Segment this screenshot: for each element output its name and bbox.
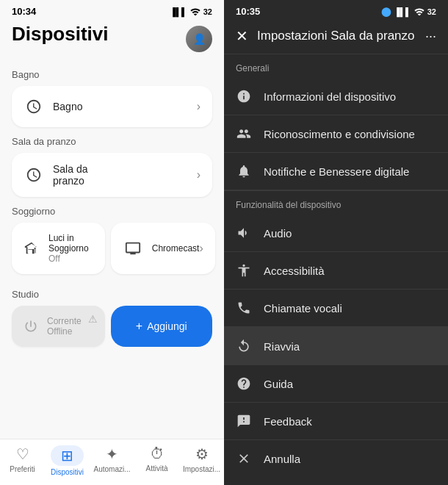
device-name-sala: Sala da: [53, 163, 87, 175]
menu-item-annulla[interactable]: Annulla: [224, 440, 448, 477]
people-icon: [236, 126, 252, 142]
panel-title: Impostazioni Sala da pranzo: [257, 29, 416, 43]
nav-item-impostazioni[interactable]: ⚙ Impostazi...: [179, 445, 224, 476]
section-sala: Sala da pranzo Sala da pranzo ›: [12, 136, 212, 197]
wifi-icon-right: [414, 7, 424, 17]
chevron-sala: ›: [197, 168, 200, 182]
menu-item-riconoscimento[interactable]: Riconoscimento e condivisione: [224, 115, 448, 153]
add-device-button[interactable]: + Aggiungi: [111, 306, 213, 347]
device-name-sala-2: pranzo: [53, 175, 87, 187]
avatar[interactable]: 👤: [186, 26, 212, 52]
tv-icon: [123, 238, 143, 259]
settings-icon: ⚙: [195, 445, 209, 463]
status-bar-left: 10:34 ▐▌▌ 32: [0, 0, 224, 20]
menu-item-riavvia[interactable]: Riavvia: [224, 328, 448, 365]
section-label-soggiorno: Soggiorno: [12, 206, 212, 217]
phone-icon: [236, 300, 252, 316]
device-card-bagno[interactable]: Bagno ›: [12, 86, 212, 127]
activity-icon: ⏱: [150, 445, 165, 462]
menu-label-notifiche: Notifiche e Benessere digitale: [264, 165, 409, 178]
left-content: Bagno Bagno › Sala da pranzo: [0, 60, 224, 439]
nav-item-preferiti[interactable]: ♡ Preferiti: [0, 445, 45, 476]
nav-item-dispositivi[interactable]: ⊞ Dispositivi: [45, 445, 90, 476]
section-bagno: Bagno Bagno ›: [12, 69, 212, 127]
status-icons-left: ▐▌▌ 32: [170, 7, 212, 17]
nav-label-impostazioni: Impostazi...: [183, 465, 220, 473]
help-icon: [236, 376, 252, 392]
section-soggiorno: Soggiorno Luci in Soggiorno Off: [12, 206, 212, 280]
clock-icon-sala: [24, 165, 44, 185]
section-studio: Studio Corrente Offline ⚠ + Aggiungi: [12, 289, 212, 347]
menu-label-riconoscimento: Riconoscimento e condivisione: [264, 128, 415, 140]
status-icons-right: ⬤ ▐▌▌ 32: [381, 7, 436, 17]
right-header: ✕ Impostazioni Sala da pranzo ···: [224, 20, 448, 54]
device-card-chromecast[interactable]: Chromecast ›: [111, 223, 215, 274]
section-label-bagno: Bagno: [12, 69, 212, 80]
menu-label-accessibilita: Accessibilità: [264, 265, 325, 277]
device-offline-text: Offline: [47, 326, 82, 337]
accessibility-icon: [236, 262, 252, 279]
devices-icon: ⊞: [61, 448, 73, 464]
status-bar-right: 10:35 ⬤ ▐▌▌ 32: [224, 0, 448, 20]
time-left: 10:34: [12, 6, 36, 17]
right-content: Generali Informazioni del dispositivo Ri…: [224, 54, 448, 485]
battery-left: 32: [203, 7, 212, 16]
device-name-corrente: Corrente: [47, 316, 82, 326]
section-label-studio: Studio: [12, 289, 212, 300]
nav-item-automazioni[interactable]: ✦ Automazi...: [90, 445, 134, 476]
soggiorno-cards: Luci in Soggiorno Off Chromecast ›: [12, 223, 212, 280]
nav-label-preferiti: Preferiti: [10, 465, 35, 473]
menu-label-audio: Audio: [264, 227, 292, 240]
signal-icon-left: ▐▌▌: [170, 7, 187, 16]
section-label-sala: Sala da pranzo: [12, 136, 212, 147]
nav-item-attivita[interactable]: ⏱ Attività: [134, 445, 179, 476]
menu-label-annulla: Annulla: [264, 453, 300, 465]
close-button[interactable]: ✕: [236, 27, 248, 45]
menu-item-guida[interactable]: Guida: [224, 365, 448, 403]
lights-icon: [24, 238, 40, 259]
info-icon: [236, 88, 252, 104]
restart-icon: [236, 338, 252, 354]
device-card-corrente[interactable]: Corrente Offline ⚠: [12, 306, 105, 347]
close-menu-icon: [236, 450, 252, 467]
bottom-nav: ♡ Preferiti ⊞ Dispositivi ✦ Automazi... …: [0, 439, 224, 485]
menu-item-audio[interactable]: Audio: [224, 215, 448, 252]
menu-item-chiamate[interactable]: Chiamate vocali: [224, 290, 448, 327]
nav-label-dispositivi: Dispositivi: [51, 468, 84, 476]
page-title: Dispositivi: [12, 23, 108, 46]
add-icon: +: [136, 320, 142, 333]
device-card-luci[interactable]: Luci in Soggiorno Off: [12, 223, 105, 274]
chevron-chromecast: ›: [199, 242, 203, 255]
feedback-icon: [236, 413, 252, 429]
device-name-bagno: Bagno: [53, 101, 82, 112]
menu-item-informazioni[interactable]: Informazioni del dispositivo: [224, 78, 448, 115]
nav-label-attivita: Attività: [145, 464, 167, 473]
left-panel: 10:34 ▐▌▌ 32 Dispositivi 👤 Bagno Bagno: [0, 0, 224, 485]
menu-item-feedback[interactable]: Feedback: [224, 403, 448, 440]
section-header-funzionalita: Funzionalità del dispositivo: [224, 191, 448, 215]
more-button[interactable]: ···: [425, 29, 436, 44]
location-icon: ⬤: [381, 7, 391, 17]
clock-icon-bagno: [24, 96, 44, 117]
add-label: Aggiungi: [147, 320, 187, 332]
wifi-icon-left: [190, 7, 200, 17]
signal-icon-right: ▐▌▌: [394, 7, 411, 16]
device-name-luci: Luci in Soggiorno: [48, 233, 93, 254]
nav-label-automazioni: Automazi...: [93, 465, 130, 473]
battery-right: 32: [427, 7, 436, 16]
power-icon: [21, 316, 41, 337]
menu-item-notifiche[interactable]: Notifiche e Benessere digitale: [224, 153, 448, 190]
device-card-sala[interactable]: Sala da pranzo ›: [12, 153, 212, 197]
menu-item-accessibilita[interactable]: Accessibilità: [224, 252, 448, 290]
menu-label-chiamate: Chiamate vocali: [264, 302, 342, 315]
chevron-bagno: ›: [197, 100, 200, 113]
volume-icon: [236, 225, 252, 241]
warning-icon: ⚠: [88, 313, 98, 325]
device-name-chromecast: Chromecast: [152, 243, 200, 254]
bell-icon: [236, 163, 252, 179]
menu-label-riavvia: Riavvia: [264, 340, 300, 353]
menu-label-feedback: Feedback: [264, 415, 312, 428]
menu-label-guida: Guida: [264, 378, 293, 390]
menu-label-informazioni: Informazioni del dispositivo: [264, 90, 396, 103]
studio-cards: Corrente Offline ⚠ + Aggiungi: [12, 306, 212, 347]
